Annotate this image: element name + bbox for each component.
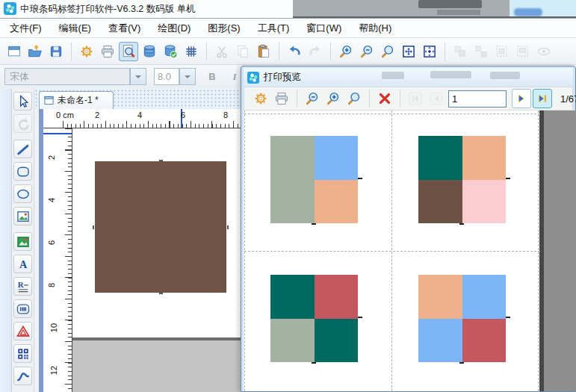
ruler-ticks bbox=[63, 124, 241, 128]
copy-button bbox=[233, 42, 253, 61]
redo-icon bbox=[308, 44, 323, 59]
last-page-button[interactable] bbox=[533, 89, 552, 108]
ellipse-tool-button[interactable] bbox=[13, 184, 32, 203]
bold-button[interactable]: B bbox=[203, 68, 221, 85]
zoom-in-button[interactable] bbox=[336, 42, 356, 61]
print-preview-button[interactable] bbox=[119, 42, 138, 61]
fit-selection-button[interactable] bbox=[399, 42, 418, 61]
selection-handle[interactable] bbox=[227, 225, 229, 229]
label-cell bbox=[462, 275, 507, 319]
database-connect-button[interactable] bbox=[161, 42, 180, 61]
font-family-value: 宋体 bbox=[10, 70, 29, 84]
menu-item[interactable]: 绘图(D) bbox=[158, 22, 191, 35]
curve-tool-button[interactable] bbox=[13, 367, 32, 385]
next-page-button[interactable] bbox=[512, 89, 531, 108]
document-tab-strip: 未命名-1 * bbox=[34, 89, 241, 109]
grid-button[interactable] bbox=[182, 42, 201, 61]
menu-item[interactable]: 图形(S) bbox=[208, 22, 240, 35]
printer-icon bbox=[274, 91, 289, 106]
rectangle-object[interactable] bbox=[95, 161, 226, 293]
close-icon bbox=[377, 91, 392, 106]
crop-mark bbox=[312, 362, 316, 364]
menu-item[interactable]: 窗口(W) bbox=[306, 22, 341, 35]
toolbar-separator bbox=[206, 43, 207, 60]
label-2 bbox=[418, 136, 506, 223]
font-size-combo[interactable]: 8.0 bbox=[154, 68, 179, 85]
toolbar-separator bbox=[297, 90, 297, 108]
nav-prev-icon bbox=[429, 91, 444, 106]
print-settings-button[interactable] bbox=[251, 89, 270, 108]
background-blur bbox=[490, 72, 520, 79]
cursor-icon bbox=[16, 94, 31, 109]
picture-tool-button[interactable] bbox=[13, 207, 32, 225]
toolbar-separator bbox=[71, 43, 72, 60]
document-tab-label: 未命名-1 * bbox=[58, 94, 99, 107]
font-family-dropdown-icon[interactable] bbox=[130, 68, 146, 85]
undo-button[interactable] bbox=[285, 42, 304, 61]
select-tool-button[interactable] bbox=[13, 92, 32, 111]
font-family-combo[interactable]: 宋体 bbox=[4, 68, 130, 85]
close-preview-button[interactable] bbox=[375, 89, 394, 108]
crop-mark bbox=[459, 223, 464, 225]
print-button[interactable] bbox=[272, 89, 291, 108]
logo-tool-button[interactable] bbox=[13, 322, 32, 340]
label-canvas-page[interactable] bbox=[72, 128, 241, 337]
settings-button[interactable] bbox=[77, 42, 96, 61]
preview-toolbar-left bbox=[250, 89, 447, 108]
menu-item[interactable]: 查看(V) bbox=[108, 22, 140, 35]
ruler-label: 0 cm bbox=[56, 111, 74, 119]
printer-icon bbox=[100, 44, 115, 59]
print-preview-window: 打印预览 1/67 bbox=[241, 66, 576, 392]
font-size-dropdown-icon[interactable] bbox=[179, 68, 196, 85]
zoom-icon bbox=[380, 44, 395, 59]
label-cell bbox=[315, 275, 359, 319]
background-blur bbox=[418, 0, 482, 8]
ruler-label: 12 bbox=[49, 366, 58, 375]
zoom-in-icon bbox=[326, 91, 341, 106]
menu-item[interactable]: 文件(F) bbox=[10, 22, 42, 35]
zoom-out-button[interactable] bbox=[303, 89, 322, 108]
ruler-label: 2 bbox=[47, 155, 56, 160]
zoom-out-icon bbox=[305, 91, 320, 106]
copy-icon bbox=[235, 44, 250, 59]
label-cell bbox=[315, 319, 359, 363]
menu-item[interactable]: 编辑(E) bbox=[59, 22, 91, 35]
picture-file-tool-button[interactable] bbox=[13, 232, 32, 251]
new-button[interactable] bbox=[4, 42, 24, 61]
text-tool-button[interactable]: A bbox=[13, 255, 32, 273]
line-tool-button[interactable] bbox=[13, 140, 32, 158]
nav-next-icon bbox=[514, 91, 529, 106]
label-cell bbox=[418, 180, 462, 224]
zoom-out-button[interactable] bbox=[357, 42, 377, 61]
zoom-button[interactable] bbox=[344, 89, 364, 108]
menu-item[interactable]: 帮助(H) bbox=[359, 22, 391, 35]
paste-icon bbox=[256, 44, 271, 59]
svg-text:A: A bbox=[19, 258, 27, 270]
selection-handle[interactable] bbox=[159, 293, 163, 294]
database-button[interactable] bbox=[140, 42, 159, 61]
menu-item[interactable]: 工具(T) bbox=[258, 22, 290, 35]
document-tab[interactable]: 未命名-1 * bbox=[39, 91, 114, 109]
database-check-icon bbox=[163, 44, 178, 59]
crop-mark bbox=[506, 178, 510, 179]
page-number-input[interactable] bbox=[448, 90, 507, 108]
open-button[interactable] bbox=[25, 42, 45, 61]
save-button[interactable] bbox=[46, 42, 66, 61]
zoom-out-icon bbox=[359, 44, 374, 59]
rich-text-tool-button[interactable]: R bbox=[13, 277, 32, 296]
selection-handle[interactable] bbox=[159, 160, 163, 161]
preview-title-bar[interactable]: 打印预览 bbox=[244, 68, 573, 87]
barcode-tool-button[interactable] bbox=[13, 299, 32, 318]
paste-button[interactable] bbox=[254, 42, 273, 61]
zoom-icon bbox=[347, 91, 362, 106]
fit-page-button[interactable] bbox=[420, 42, 439, 61]
cut-line bbox=[244, 113, 540, 114]
selection-handle[interactable] bbox=[93, 225, 94, 229]
rounded-rect-tool-button[interactable] bbox=[13, 162, 32, 181]
print-button[interactable] bbox=[98, 42, 117, 61]
zoom-button[interactable] bbox=[378, 42, 397, 61]
nav-last-icon bbox=[535, 91, 550, 106]
qrcode-tool-button[interactable] bbox=[13, 344, 32, 363]
ruler-label: 4 bbox=[47, 198, 56, 202]
zoom-in-button[interactable] bbox=[323, 89, 343, 108]
